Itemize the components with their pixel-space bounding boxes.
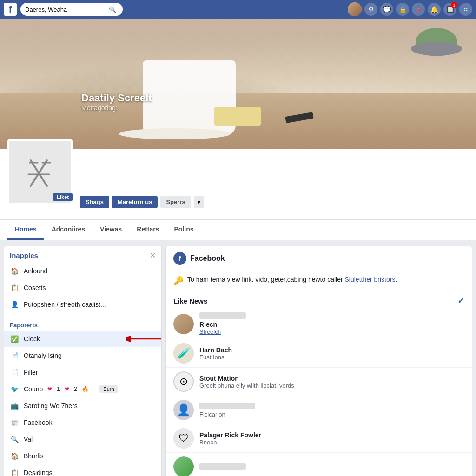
mareturn-button[interactable]: Mareturn us [112,196,158,208]
shield-avatar-img: 🛡 [173,428,194,449]
info-link[interactable]: Sluletther bristors. [345,276,397,283]
facebook-logo-icon[interactable]: f [4,3,17,16]
sidebar-item-val[interactable]: 🔍 Val [4,431,161,448]
sidebar-item-label: Putopshen / sfreoth caalist... [24,301,106,308]
shags-button[interactable]: Shags [80,196,109,208]
sidebar-item-cosetts[interactable]: 📋 Cosetts [4,279,161,296]
sidebar-item-counp[interactable]: 🐦 Counp ❤ 1 ❤ 2 🔥 - Burn [4,381,161,397]
right-panel: f Facebook 🔑 To ham terna view link. vid… [165,246,472,476]
sidebar: Inapples ✕ 🏠 Anlound 📋 Cosetts 👤 Putopsh… [4,246,162,476]
sidebar-item-putopshen[interactable]: 👤 Putopshen / sfreoth caalist... [4,296,161,313]
facebook-label: Facebook [190,254,225,263]
name-bar-green [199,463,246,470]
friend-name-palager: Palager Rick Fowler [199,431,464,439]
friend-name-rlecn: Rlecn [199,321,464,328]
sidebar-item-facebook[interactable]: 📰 Facebook [4,414,161,431]
bhurlis-icon: 🏠 [10,451,19,461]
top-navigation: f 🔍 ⚙ 💬 🔒 🔺 🔔 🔲 1 ⠿ [0,0,476,19]
liked-badge: Liket [53,193,73,201]
profile-name-text: Daatily Screelt [81,92,152,104]
tab-homes[interactable]: Homes [7,220,44,240]
filler-icon: 📄 [10,368,19,377]
person-avatar-img [173,314,194,334]
cover-person [0,19,476,97]
nav-settings-btn[interactable]: ⚙ [364,3,377,16]
friend-item-rlecn: Rlecn Slreeleli [166,309,472,339]
cover-food [214,107,261,126]
reaction-dash: - [93,386,95,392]
sidebar-item-saroting[interactable]: 📺 Saroting We 7hers [4,397,161,414]
fb-circle-icon: f [173,252,186,265]
friend-avatar-harn: 🧪 [173,343,194,364]
nav-friend-btn[interactable]: 🔒 [396,3,409,16]
friend-name-harn: Harn Dach [199,346,464,354]
tab-polins[interactable]: Polins [167,220,201,240]
search-input[interactable] [25,6,109,13]
document-icon: 📄 [10,351,19,360]
more-options-button[interactable]: ▾ [194,196,204,208]
sperrs-button[interactable]: Sperrs [160,196,191,208]
reaction-fire: 🔥 [82,386,89,392]
silhouette-avatar-img [173,400,194,420]
profile-tabs: Homes Adconiires Viewas Rettars Polins [0,219,476,240]
sidebar-item-desidings[interactable]: 📋 Desidings [4,464,161,476]
tab-adconiires[interactable]: Adconiires [44,220,93,240]
fb-news-icon: 📰 [10,418,19,427]
nav-grid-btn[interactable]: ⠿ [459,3,472,16]
tab-viewas[interactable]: Viewas [93,220,129,240]
sidebar-item-label: Desidings [24,469,52,476]
nav-msg-btn[interactable]: 💬 [380,3,393,16]
check-green-icon: ✅ [10,334,19,344]
tab-rettars[interactable]: Rettars [129,220,166,240]
info-text: To ham terna view link. vido, geter,cabi… [187,276,397,283]
friend-item-harn: 🧪 Harn Dach Fust Ions [166,339,472,368]
nav-apps-btn[interactable]: 🔲 1 [443,3,456,16]
sidebar-divider-1 [4,315,161,315]
friend-sub-stout: Greelt phuna elly wiith lipciat, verds [199,382,464,389]
search-bar[interactable]: 🔍 [20,3,123,16]
sidebar-clock-label: Clock [24,335,40,343]
friend-info-harn: Harn Dach Fust Ions [199,346,464,361]
green-avatar-img [173,456,194,476]
friend-item-green [166,453,472,476]
nav-bell-btn[interactable]: 🔔 [428,3,441,16]
friend-avatar-green [173,456,194,476]
twitter-icon: 🐦 [10,384,19,394]
red-arrow-annotation [126,332,164,346]
bottle-avatar-img: 🧪 [173,343,194,364]
sidebar-item-anlound[interactable]: 🏠 Anlound [4,263,161,279]
nav-avatar-btn[interactable] [348,2,362,16]
cover-bowl [411,42,462,56]
friend-sub-rlecn[interactable]: Slreeleli [199,328,464,335]
friend-avatar-palager: 🛡 [173,428,194,449]
cover-name-overlay: Daatily Screelt Mettagoring: [81,92,152,112]
reaction-count-1: 1 [57,386,60,392]
cover-saucer [119,128,231,139]
friend-avatar-rlecn [173,314,194,334]
friend-name-blurred [199,312,246,319]
person-icon: 👤 [10,300,19,309]
sidebar-item-filler[interactable]: 📄 Filler [4,364,161,381]
sidebar-item-label: Facebook [24,419,52,426]
sidebar-item-label: Bhurlis [24,452,44,460]
val-icon: 🔍 [10,435,19,444]
tv-icon: 📺 [10,401,19,410]
friend-info-green [199,463,464,470]
sidebar-item-bhurlis[interactable]: 🏠 Bhurlis [4,448,161,464]
faporerts-section-title: Faporerts [4,317,161,331]
sidebar-item-otanaly[interactable]: 📄 Otanaly Ising [4,347,161,364]
friend-avatar-stout: ⊙ [173,371,194,392]
nav-compass-btn[interactable]: 🔺 [412,3,425,16]
burn-button[interactable]: Burn [99,385,118,393]
sidebar-close-button[interactable]: ✕ [150,251,156,260]
action-buttons: Shags Mareturn us Sperrs ▾ [80,196,469,210]
like-news-title: Like News [173,297,207,305]
friend-info-silhouette: Flcicarion [199,403,464,418]
friend-name-stout: Stout Mation [199,375,464,382]
sidebar-item-label: Counp [24,385,43,393]
circle-avatar-img: ⊙ [173,371,194,392]
sidebar-header: Inapples ✕ [4,246,161,263]
friend-sub-harn: Fust Ions [199,354,464,361]
nav-right: ⚙ 💬 🔒 🔺 🔔 🔲 1 ⠿ [348,2,472,16]
facebook-banner: f Facebook [166,246,472,271]
